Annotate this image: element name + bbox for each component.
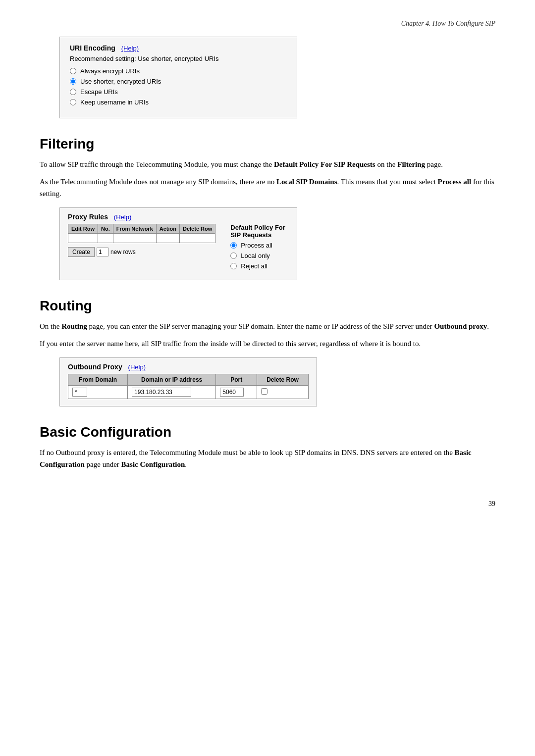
policy-option-process-all-label: Process all — [241, 242, 272, 249]
policy-option-reject-all: Reject all — [230, 262, 289, 270]
policy-option-process-all: Process all — [230, 242, 289, 249]
uri-option-escape: Escape URIs — [70, 88, 287, 96]
policy-option-reject-all-label: Reject all — [241, 262, 267, 270]
proxy-table-empty-row — [68, 233, 215, 243]
filtering-heading: Filtering — [40, 136, 495, 152]
proxy-rules-title: Proxy Rules (Help) — [68, 213, 289, 221]
new-rows-label: new rows — [110, 249, 136, 255]
uri-radio-escape[interactable] — [70, 89, 76, 95]
outbound-domain-ip-cell — [128, 386, 216, 399]
outbound-delete-checkbox[interactable] — [261, 388, 268, 395]
uri-option-shorter: Use shorter, encrypted URIs — [70, 78, 287, 85]
filtering-section: Filtering To allow SIP traffic through t… — [40, 136, 495, 280]
outbound-proxy-table: From Domain Domain or IP address Port De… — [68, 374, 309, 399]
uri-radio-always-encrypt[interactable] — [70, 68, 76, 74]
uri-option-shorter-label: Use shorter, encrypted URIs — [80, 78, 161, 85]
outbound-proxy-help-link[interactable]: (Help) — [128, 363, 146, 371]
routing-section: Routing On the Routing page, you can ent… — [40, 298, 495, 407]
uri-encoding-title: URI Encoding (Help) — [70, 44, 287, 52]
uri-option-keepusername: Keep username in URIs — [70, 99, 287, 106]
create-button[interactable]: Create — [68, 247, 95, 257]
outbound-col-port: Port — [216, 374, 257, 386]
chapter-header: Chapter 4. How To Configure SIP — [40, 20, 495, 28]
outbound-col-domain-ip: Domain or IP address — [128, 374, 216, 386]
proxy-col-no: No. — [98, 224, 113, 233]
outbound-col-from-domain: From Domain — [68, 374, 128, 386]
routing-para1: On the Routing page, you can enter the S… — [40, 321, 495, 332]
uri-option-escape-label: Escape URIs — [80, 88, 118, 96]
outbound-from-domain-cell — [68, 386, 128, 399]
routing-para2: If you enter the server name here, all S… — [40, 338, 495, 350]
outbound-proxy-box: Outbound Proxy (Help) From Domain Domain… — [59, 357, 317, 406]
proxy-rules-left: Edit Row No. From Network Action Delete … — [68, 224, 215, 257]
proxy-rules-box: Proxy Rules (Help) Edit Row No. From Net… — [59, 207, 297, 280]
outbound-port-input[interactable] — [220, 388, 244, 397]
proxy-col-from-network: From Network — [113, 224, 156, 233]
outbound-table-row — [68, 386, 309, 399]
policy-radio-process-all[interactable] — [230, 242, 237, 249]
uri-radio-keepusername[interactable] — [70, 99, 76, 105]
policy-radio-reject-all[interactable] — [230, 263, 237, 269]
proxy-rules-right: Default Policy For SIP Requests Process … — [230, 224, 289, 273]
outbound-domain-ip-input[interactable] — [132, 388, 191, 397]
outbound-col-delete-row: Delete Row — [257, 374, 309, 386]
routing-heading: Routing — [40, 298, 495, 314]
filtering-para2: As the Telecommuting Module does not man… — [40, 176, 495, 200]
proxy-rules-help-link[interactable]: (Help) — [114, 213, 131, 221]
outbound-proxy-title: Outbound Proxy (Help) — [68, 363, 309, 371]
policy-radio-local-only[interactable] — [230, 252, 237, 259]
uri-option-always-encrypt-label: Always encrypt URIs — [80, 67, 140, 75]
proxy-col-delete-row: Delete Row — [180, 224, 215, 233]
outbound-port-cell — [216, 386, 257, 399]
outbound-from-domain-input[interactable] — [72, 388, 87, 397]
proxy-col-edit-row: Edit Row — [68, 224, 98, 233]
filtering-para1: To allow SIP traffic through the Telecom… — [40, 159, 495, 170]
create-row: Create new rows — [68, 247, 215, 257]
page-number: 39 — [40, 500, 495, 508]
basic-config-para: If no Outbound proxy is entered, the Tel… — [40, 447, 495, 470]
uri-option-keepusername-label: Keep username in URIs — [80, 99, 149, 106]
uri-radio-shorter[interactable] — [70, 78, 76, 85]
basic-config-section: Basic Configuration If no Outbound proxy… — [40, 424, 495, 470]
outbound-delete-cell — [257, 386, 309, 399]
uri-encoding-box: URI Encoding (Help) Recommended setting:… — [59, 37, 297, 118]
basic-config-heading: Basic Configuration — [40, 424, 495, 440]
default-policy-title: Default Policy For SIP Requests — [230, 224, 289, 239]
uri-option-always-encrypt: Always encrypt URIs — [70, 67, 287, 75]
policy-option-local-only-label: Local only — [241, 252, 270, 259]
create-count-input[interactable] — [97, 248, 108, 256]
uri-encoding-help-link[interactable]: (Help) — [121, 45, 139, 52]
uri-encoding-subtitle: Recommended setting: Use shorter, encryp… — [70, 55, 287, 62]
proxy-rules-table: Edit Row No. From Network Action Delete … — [68, 224, 215, 243]
proxy-col-action: Action — [156, 224, 179, 233]
policy-option-local-only: Local only — [230, 252, 289, 259]
